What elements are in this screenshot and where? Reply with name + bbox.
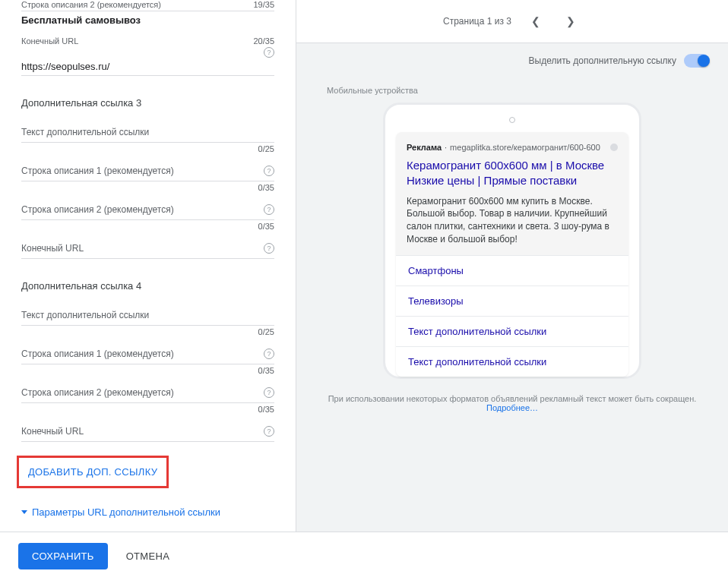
final-url-field[interactable]: Конечный URL ?: [21, 238, 274, 259]
final-url-field[interactable]: Конечный URL ?: [21, 421, 274, 442]
final-url-counter: 20/35: [253, 36, 274, 46]
expand-url-params[interactable]: Параметры URL дополнительной ссылки: [21, 499, 274, 525]
link-text-field[interactable]: Текст дополнительной ссылки: [21, 305, 274, 326]
highlight-annotation: ДОБАВИТЬ ДОП. ССЫЛКУ: [17, 456, 169, 488]
ad-sitelinks-list: Смартфоны Телевизоры Текст дополнительно…: [396, 255, 628, 377]
counter: 0/35: [21, 181, 274, 200]
counter: 0/25: [21, 143, 274, 161]
sitelinks-form-panel: Строка описания 2 (рекомендуется) 19/35 …: [0, 0, 296, 532]
highlight-sitelink-toggle[interactable]: [684, 54, 710, 68]
help-icon[interactable]: ?: [264, 243, 274, 254]
help-icon[interactable]: ?: [264, 47, 274, 58]
preview-disclaimer: При использовании некоторых форматов объ…: [296, 379, 728, 427]
desc2-label: Строка описания 2 (рекомендуется): [21, 0, 161, 9]
section-title-4: Дополнительная ссылка 4: [21, 280, 274, 292]
link-text-field[interactable]: Текст дополнительной ссылки: [21, 122, 274, 143]
ad-display-url: megaplitka.store/керамогранит/600-600: [450, 143, 600, 152]
preview-panel: Страница 1 из 3 ❮ ❯ Выделить дополнитель…: [296, 0, 728, 532]
pager-next-button[interactable]: ❯: [560, 12, 581, 30]
toggle-label: Выделить дополнительную ссылку: [529, 55, 676, 66]
help-icon[interactable]: ?: [264, 349, 274, 359]
preview-pager: Страница 1 из 3 ❮ ❯: [296, 0, 728, 43]
counter: 0/35: [21, 220, 274, 238]
desc2-counter: 19/35: [253, 0, 274, 9]
sitelink-item[interactable]: Телевизоры: [396, 286, 628, 316]
sitelink-item[interactable]: Текст дополнительной ссылки: [396, 346, 628, 377]
chevron-down-icon: [21, 510, 27, 514]
phone-speaker-icon: [509, 117, 515, 123]
section-title-3: Дополнительная ссылка 3: [21, 97, 274, 109]
action-bar: СОХРАНИТЬ ОТМЕНА: [0, 532, 728, 571]
ad-preview-card: Реклама · megaplitka.store/керамогранит/…: [396, 132, 628, 377]
cancel-button[interactable]: ОТМЕНА: [117, 543, 179, 569]
desc2-field[interactable]: Строка описания 2 (рекомендуется) ?: [21, 383, 274, 403]
info-icon: [610, 144, 618, 151]
help-icon[interactable]: ?: [264, 204, 274, 215]
ad-badge: Реклама: [407, 143, 442, 152]
device-label: Мобильные устройства: [296, 78, 728, 103]
desc2-value[interactable]: Бесплатный самовывоз: [21, 11, 274, 29]
expand-advanced-settings[interactable]: Дополнительные настройки: [21, 525, 274, 532]
pager-text: Страница 1 из 3: [443, 16, 511, 27]
help-icon[interactable]: ?: [264, 426, 274, 437]
counter: 0/35: [21, 364, 274, 383]
desc1-field[interactable]: Строка описания 1 (рекомендуется) ?: [21, 161, 274, 181]
help-icon[interactable]: ?: [264, 387, 274, 398]
counter: 0/25: [21, 326, 274, 344]
sitelink-item[interactable]: Текст дополнительной ссылки: [396, 316, 628, 346]
final-url-value[interactable]: https://seopulses.ru/: [21, 58, 274, 76]
ad-description: Керамогранит 600х600 мм купить в Москве.…: [407, 195, 618, 246]
help-icon[interactable]: ?: [264, 166, 274, 176]
save-button[interactable]: СОХРАНИТЬ: [18, 543, 108, 569]
desc1-field[interactable]: Строка описания 1 (рекомендуется) ?: [21, 344, 274, 364]
learn-more-link[interactable]: Подробнее…: [486, 403, 538, 412]
pager-prev-button[interactable]: ❮: [525, 12, 546, 30]
mobile-preview-frame: Реклама · megaplitka.store/керамогранит/…: [383, 103, 641, 379]
counter: 0/35: [21, 403, 274, 421]
sitelink-item[interactable]: Смартфоны: [396, 255, 628, 286]
desc2-field[interactable]: Строка описания 2 (рекомендуется) ?: [21, 200, 274, 220]
add-sitelink-button[interactable]: ДОБАВИТЬ ДОП. ССЫЛКУ: [22, 459, 163, 485]
ad-headline: Керамогранит 600х600 мм | в Москве Низки…: [407, 158, 618, 189]
final-url-label: Конечный URL: [21, 36, 78, 46]
